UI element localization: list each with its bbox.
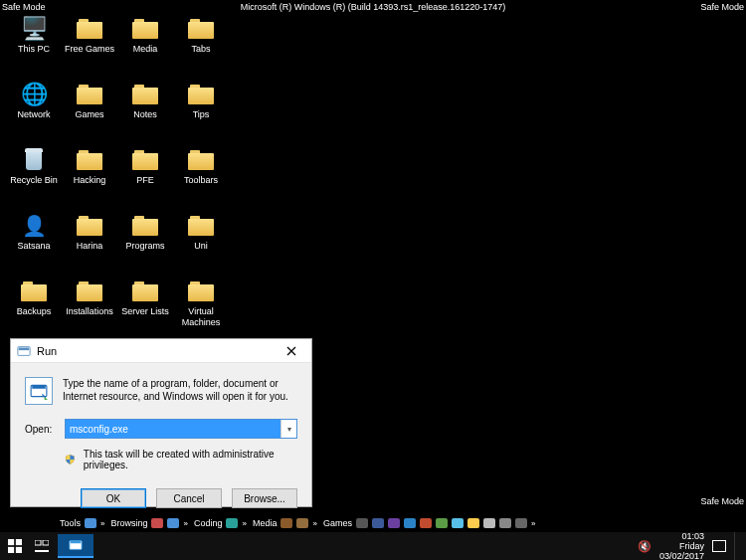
quicklaunch-bar[interactable]: Tools»Browsing»Coding»Media»Games»: [60, 515, 617, 531]
desktop-icon-programs[interactable]: Programs: [117, 213, 173, 277]
ql-app-icon[interactable]: [499, 518, 511, 528]
desktop-icon-harina[interactable]: Harina: [62, 213, 117, 277]
desktop-icon-satsana[interactable]: 👤Satsana: [6, 213, 62, 277]
desktop-icon-installations[interactable]: Installations: [62, 279, 117, 342]
ql-group-tools[interactable]: Tools»: [60, 518, 104, 528]
desktop-icon-network[interactable]: 🌐Network: [6, 82, 62, 145]
chevron-right-icon[interactable]: »: [100, 519, 104, 528]
ok-button[interactable]: OK: [81, 488, 146, 508]
run-icon: [17, 344, 31, 358]
taskbar-running-run[interactable]: [58, 534, 93, 558]
desktop-icon-recycle-bin[interactable]: Recycle Bin: [6, 147, 62, 211]
safemode-bottom-right: Safe Mode: [700, 496, 744, 506]
desktop-icon-tabs[interactable]: Tabs: [173, 16, 229, 80]
clock-date: 03/02/2017: [659, 551, 704, 560]
icon-label: Free Games: [65, 44, 114, 55]
desktop-icon-this-pc[interactable]: 🖥️This PC: [6, 16, 62, 80]
run-app-icon: [25, 377, 53, 405]
desktop-icon-server-lists[interactable]: Server Lists: [117, 279, 173, 342]
ql-app-icon[interactable]: [356, 518, 368, 528]
desktop-icon-backups[interactable]: Backups: [6, 279, 62, 342]
icon-label: Virtual Machines: [174, 306, 228, 328]
ql-app-icon[interactable]: [436, 518, 448, 528]
svg-marker-6: [45, 397, 48, 400]
ql-app-icon[interactable]: [388, 518, 400, 528]
ql-app-icon[interactable]: [151, 518, 163, 528]
desktop-icon-notes[interactable]: Notes: [117, 82, 173, 145]
taskbar[interactable]: 🔇 01:03 Friday 03/02/2017: [0, 532, 746, 560]
folder-icon: [186, 279, 216, 304]
task-view-button[interactable]: [32, 536, 52, 556]
ql-app-icon[interactable]: [515, 518, 527, 528]
run-titlebar[interactable]: Run: [11, 339, 311, 363]
ql-app-icon[interactable]: [167, 518, 179, 528]
ql-app-icon[interactable]: [280, 518, 292, 528]
run-taskbar-icon: [69, 538, 83, 552]
volume-icon[interactable]: 🔇: [638, 539, 652, 553]
desktop-icon-free-games[interactable]: Free Games: [62, 16, 117, 80]
ql-app-icon[interactable]: [483, 518, 495, 528]
open-input[interactable]: [66, 420, 280, 438]
ql-group-media[interactable]: Media»: [253, 518, 317, 528]
desktop-icon-games[interactable]: Games: [62, 82, 117, 145]
svg-rect-9: [8, 547, 14, 553]
pc-icon: 🖥️: [19, 16, 49, 42]
open-combobox[interactable]: ▾: [65, 419, 297, 439]
folder-icon: [130, 213, 160, 239]
folder-icon: [130, 147, 160, 173]
browse-button[interactable]: Browse...: [232, 488, 297, 508]
folder-icon: [130, 279, 160, 304]
clock-day: Friday: [659, 541, 704, 551]
desktop-icon-media[interactable]: Media: [117, 16, 173, 80]
ql-app-icon[interactable]: [452, 518, 464, 528]
icon-label: PFE: [136, 175, 154, 186]
ql-app-icon[interactable]: [226, 518, 238, 528]
cancel-button[interactable]: Cancel: [156, 488, 222, 508]
folder-icon: [75, 82, 104, 107]
icon-label: Toolbars: [184, 175, 218, 186]
folder-icon: [186, 147, 216, 173]
run-dialog: Run Type the name of a program, folder, …: [10, 338, 312, 507]
desktop-icon-toolbars[interactable]: Toolbars: [173, 147, 229, 211]
ql-group-browsing[interactable]: Browsing»: [110, 518, 187, 528]
folder-icon: [75, 147, 104, 173]
desktop-icon-pfe[interactable]: PFE: [117, 147, 173, 211]
svg-rect-5: [32, 385, 46, 388]
icon-label: Network: [17, 109, 50, 120]
ql-group-games[interactable]: Games»: [323, 518, 535, 528]
svg-rect-8: [16, 539, 22, 545]
ql-app-icon[interactable]: [404, 518, 416, 528]
ql-group-label: Tools: [60, 518, 81, 528]
folder-icon: [75, 213, 104, 239]
desktop-icon-uni[interactable]: Uni: [173, 213, 229, 277]
task-view-icon: [35, 540, 49, 552]
ql-app-icon[interactable]: [85, 518, 96, 528]
ql-app-icon[interactable]: [296, 518, 308, 528]
desktop-icon-tips[interactable]: Tips: [173, 82, 229, 145]
desktop-icon-virtual-machines[interactable]: Virtual Machines: [173, 279, 229, 342]
svg-rect-15: [71, 541, 82, 544]
open-label: Open:: [25, 424, 55, 435]
ql-app-icon[interactable]: [420, 518, 432, 528]
start-button[interactable]: [0, 532, 30, 560]
chevron-right-icon[interactable]: »: [531, 519, 535, 528]
chevron-right-icon[interactable]: »: [183, 519, 187, 528]
icon-label: Server Lists: [121, 306, 169, 317]
ql-group-coding[interactable]: Coding»: [194, 518, 247, 528]
chevron-down-icon: ▾: [287, 425, 291, 434]
action-center-icon[interactable]: [712, 540, 726, 552]
chevron-right-icon[interactable]: »: [242, 519, 246, 528]
icon-label: Harina: [77, 241, 103, 252]
ql-app-icon[interactable]: [467, 518, 479, 528]
clock[interactable]: 01:03 Friday 03/02/2017: [659, 531, 704, 560]
chevron-right-icon[interactable]: »: [312, 519, 316, 528]
ql-app-icon[interactable]: [372, 518, 384, 528]
icon-label: Recycle Bin: [10, 175, 58, 186]
icon-label: Uni: [194, 241, 208, 252]
desktop-icon-hacking[interactable]: Hacking: [62, 147, 117, 211]
run-description: Type the name of a program, folder, docu…: [63, 377, 297, 403]
combobox-dropdown-button[interactable]: ▾: [280, 420, 296, 438]
show-desktop-button[interactable]: [734, 532, 740, 560]
close-button[interactable]: [274, 340, 309, 362]
icon-label: Tips: [193, 109, 210, 120]
